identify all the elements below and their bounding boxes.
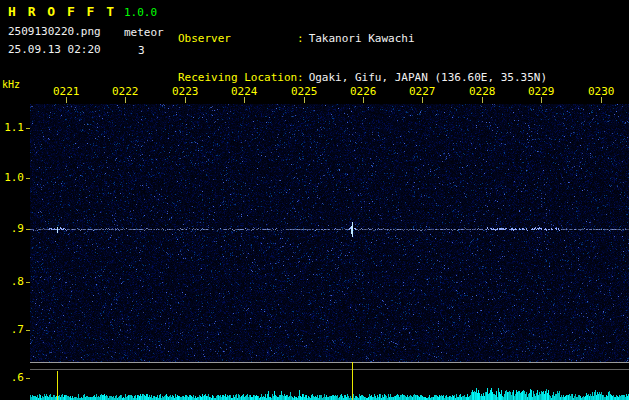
info-label: Receiving Location	[178, 71, 297, 84]
x-tick-mark	[363, 97, 364, 103]
info-row-observer: Observer:Takanori Kawachi	[178, 32, 547, 45]
x-tick-mark	[304, 97, 305, 103]
y-tick-label: 1.1	[0, 121, 24, 134]
echo-count: 3	[138, 44, 145, 57]
info-label: Observer	[178, 32, 297, 45]
y-axis-unit: kHz	[2, 79, 20, 90]
x-tick-mark	[244, 97, 245, 103]
y-tick-label: .9	[0, 222, 24, 235]
app-title: H R O F F T	[8, 4, 116, 19]
y-tick-label: .7	[0, 323, 24, 336]
y-tick-label: .6	[0, 371, 24, 384]
spectrogram-canvas	[30, 104, 629, 400]
output-filename: 2509130220.png	[8, 25, 101, 38]
x-tick-mark	[422, 97, 423, 103]
info-separator: :	[297, 32, 304, 45]
info-value: Takanori Kawachi	[309, 32, 415, 45]
info-value: Ogaki, Gifu, JAPAN (136.60E, 35.35N)	[309, 71, 547, 84]
app-version: 1.0.0	[124, 6, 157, 19]
x-tick-mark	[185, 97, 186, 103]
x-tick-mark	[601, 97, 602, 103]
x-tick-mark	[66, 97, 67, 103]
info-row-location: Receiving Location:Ogaki, Gifu, JAPAN (1…	[178, 71, 547, 84]
y-tick-label: 1.0	[0, 171, 24, 184]
y-tick-label: .8	[0, 275, 24, 288]
info-separator: :	[297, 71, 304, 84]
mode-label: meteor	[124, 26, 164, 39]
timestamp: 25.09.13 02:20	[8, 43, 101, 56]
x-tick-mark	[541, 97, 542, 103]
x-tick-mark	[482, 97, 483, 103]
x-tick-mark	[125, 97, 126, 103]
hrofft-window: H R O F F T 1.0.0 2509130220.png meteor …	[0, 0, 629, 400]
